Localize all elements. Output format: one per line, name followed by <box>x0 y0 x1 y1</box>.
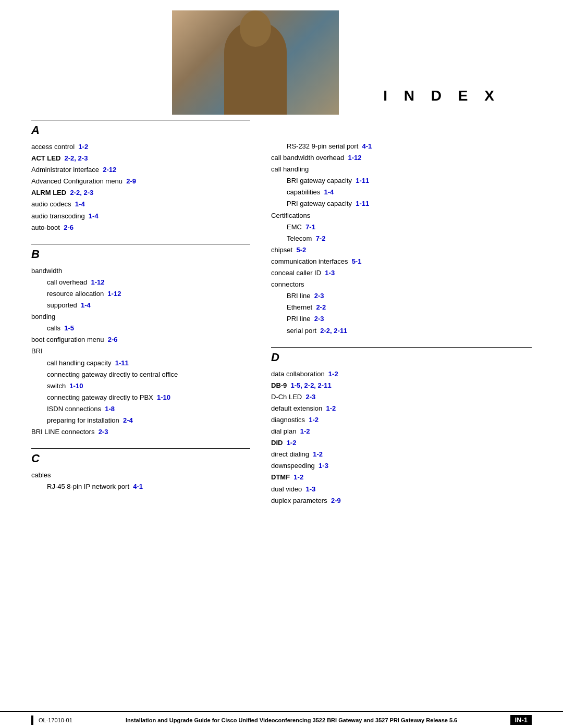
list-item: capabilities 1-4 <box>271 187 532 198</box>
section-d: D data collaboration 1-2 DB-9 1-5, 2-2, … <box>271 347 532 507</box>
section-b: B bandwidth call overhead 1-12 resource … <box>31 244 250 438</box>
link[interactable]: 1-2 <box>313 450 323 458</box>
link[interactable]: 2-3 <box>314 292 324 300</box>
footer-doc-id: OL-17010-01 <box>39 717 72 723</box>
list-item: audio codecs 1-4 <box>31 199 250 210</box>
link[interactable]: 1-12 <box>91 278 105 286</box>
link[interactable]: 2-2, 2-11 <box>320 327 347 335</box>
list-item: downspeeding 1-3 <box>271 460 532 472</box>
link[interactable]: 2-2, 2-3 <box>70 189 93 196</box>
link[interactable]: 2-4 <box>123 416 133 424</box>
list-item: Administrator interface 2-12 <box>31 164 250 176</box>
link[interactable]: 2-6 <box>64 224 74 231</box>
list-item: dial plan 1-2 <box>271 426 532 437</box>
column-left: A access control 1-2 ACT LED 2-2, 2-3 Ad… <box>31 120 250 517</box>
list-item: BRI line 2-3 <box>271 290 532 302</box>
link[interactable]: 2-9 <box>331 497 341 504</box>
link[interactable]: 1-3 <box>319 462 328 470</box>
section-c-right: RS-232 9-pin serial port 4-1 call bandwi… <box>271 141 532 337</box>
link[interactable]: 1-2 <box>293 473 303 481</box>
header: I N D E X <box>0 0 563 120</box>
link[interactable]: 1-11 <box>356 200 369 207</box>
list-item: cables <box>31 470 250 481</box>
link[interactable]: 1-11 <box>115 359 129 367</box>
link[interactable]: 1-2 <box>309 416 319 424</box>
link[interactable]: 1-2 <box>78 143 88 151</box>
link[interactable]: 2-2 <box>316 303 326 311</box>
link[interactable]: 1-4 <box>81 301 91 309</box>
list-item: boot configuration menu 2-6 <box>31 334 250 346</box>
list-item: connectors <box>271 279 532 290</box>
list-item: access control 1-2 <box>31 141 250 153</box>
list-item: call handling <box>271 164 532 175</box>
link[interactable]: 5-2 <box>296 246 306 254</box>
link[interactable]: 1-8 <box>105 405 115 413</box>
link[interactable]: 1-4 <box>324 188 334 196</box>
list-item: bonding <box>31 311 250 323</box>
link[interactable]: 1-2 <box>300 427 310 435</box>
main-content: A access control 1-2 ACT LED 2-2, 2-3 Ad… <box>0 120 563 517</box>
list-item: PRI gateway capacity 1-11 <box>271 198 532 209</box>
list-item: call handling capacity 1-11 <box>31 357 250 369</box>
link[interactable]: 1-2 <box>326 404 336 412</box>
section-b-letter: B <box>31 248 40 261</box>
section-c: C cables RJ-45 8-pin IP network port 4-1 <box>31 448 250 492</box>
link[interactable]: 1-4 <box>75 200 85 208</box>
list-item: chipset 5-2 <box>271 244 532 256</box>
section-a-letter: A <box>31 124 40 137</box>
list-item: BRI <box>31 346 250 357</box>
footer-title: Installation and Upgrade Guide for Cisco… <box>72 717 511 723</box>
list-item: bandwidth <box>31 265 250 277</box>
link[interactable]: 1-10 <box>157 393 170 401</box>
link[interactable]: 2-3 <box>305 393 315 401</box>
link[interactable]: 1-3 <box>306 485 316 493</box>
list-item: Telecom 7-2 <box>271 233 532 244</box>
list-item: DTMF 1-2 <box>271 472 532 483</box>
link[interactable]: 1-11 <box>356 177 369 184</box>
list-item: ACT LED 2-2, 2-3 <box>31 153 250 164</box>
list-item: DB-9 1-5, 2-2, 2-11 <box>271 380 532 391</box>
link[interactable]: 1-12 <box>348 154 361 162</box>
link[interactable]: 1-2 <box>287 439 297 447</box>
link[interactable]: 1-3 <box>325 269 335 277</box>
list-item: D-Ch LED 2-3 <box>271 391 532 403</box>
list-item: Ethernet 2-2 <box>271 302 532 313</box>
link[interactable]: 2-12 <box>103 166 116 174</box>
list-item: EMC 7-1 <box>271 221 532 233</box>
list-item: supported 1-4 <box>31 300 250 311</box>
list-item: direct dialing 1-2 <box>271 449 532 460</box>
list-item: communication interfaces 5-1 <box>271 256 532 267</box>
list-item: PRI line 2-3 <box>271 313 532 325</box>
section-c-header: C <box>31 448 250 465</box>
link[interactable]: 1-10 <box>69 382 83 390</box>
link[interactable]: 2-3 <box>99 428 108 436</box>
link[interactable]: 1-4 <box>89 212 99 220</box>
link[interactable]: 4-1 <box>133 483 143 490</box>
list-item: resource allocation 1-12 <box>31 288 250 300</box>
list-item: connecting gateway directly to PBX 1-10 <box>31 392 250 403</box>
list-item: Advanced Configuration menu 2-9 <box>31 176 250 187</box>
index-title: I N D E X <box>383 88 500 104</box>
footer-left: OL-17010-01 <box>31 715 72 725</box>
link[interactable]: 1-5, 2-2, 2-11 <box>291 381 332 389</box>
link[interactable]: 1-12 <box>107 290 121 298</box>
link[interactable]: 7-2 <box>316 235 326 242</box>
link[interactable]: 4-1 <box>362 142 372 150</box>
list-item: BRI gateway capacity 1-11 <box>271 175 532 187</box>
list-item: default extension 1-2 <box>271 403 532 414</box>
link[interactable]: 2-3 <box>314 315 324 323</box>
list-item: serial port 2-2, 2-11 <box>271 325 532 337</box>
column-right: RS-232 9-pin serial port 4-1 call bandwi… <box>271 120 532 517</box>
link[interactable]: 1-2 <box>328 370 338 378</box>
link[interactable]: 7-1 <box>305 223 315 231</box>
list-item: data collaboration 1-2 <box>271 368 532 380</box>
link[interactable]: 2-2, 2-3 <box>65 154 88 162</box>
link[interactable]: 5-1 <box>352 257 362 265</box>
list-item: ISDN connections 1-8 <box>31 403 250 415</box>
link[interactable]: 2-9 <box>126 177 136 185</box>
list-item: RS-232 9-pin serial port 4-1 <box>271 141 532 152</box>
list-item: diagnostics 1-2 <box>271 414 532 426</box>
link[interactable]: 2-6 <box>108 336 118 343</box>
list-item: auto-boot 2-6 <box>31 222 250 233</box>
link[interactable]: 1-5 <box>64 324 74 332</box>
